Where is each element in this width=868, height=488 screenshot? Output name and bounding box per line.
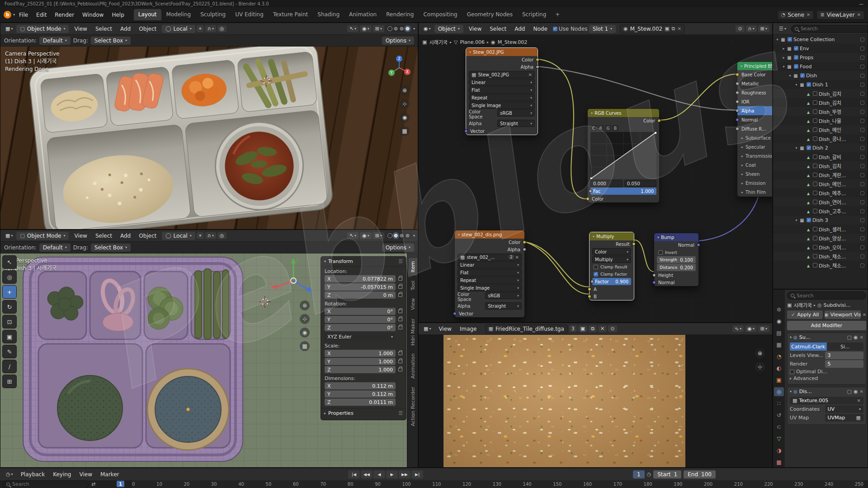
outliner-row[interactable]: ▾ Dish 2 bbox=[773, 143, 868, 152]
transform-panel-header[interactable]: ▾ Transform ☰ bbox=[321, 257, 406, 267]
viewport-nav-button[interactable] bbox=[400, 85, 410, 95]
zoom-icon[interactable]: ⊕ bbox=[755, 348, 765, 358]
item-checkbox[interactable] bbox=[813, 136, 817, 141]
exclude-toggle[interactable] bbox=[860, 119, 864, 123]
transport-button[interactable]: ▶ bbox=[386, 470, 398, 479]
item-label[interactable]: Dish_메인... bbox=[819, 180, 846, 188]
factor-input-socket[interactable] bbox=[590, 280, 594, 283]
workspace-tab[interactable]: Geometry Nodes bbox=[462, 9, 517, 20]
item-checkbox[interactable] bbox=[813, 91, 817, 96]
source-dropdown[interactable]: Single Image▾ bbox=[458, 284, 522, 291]
color-input-socket[interactable] bbox=[586, 197, 590, 201]
colorspace-dropdown[interactable]: sRGB▾ bbox=[497, 109, 535, 117]
rgb-curves-node[interactable]: ▾RGB Curves Color CRGB 0.000 0.050 bbox=[587, 108, 660, 203]
image-datablock-field[interactable]: ▦Stew_002.JPG✕ bbox=[469, 71, 535, 78]
search-input[interactable] bbox=[12, 481, 85, 487]
shader-editor-menu[interactable]: Select bbox=[486, 24, 510, 33]
exclude-toggle[interactable] bbox=[860, 173, 864, 177]
item-label[interactable]: Dish_메추... bbox=[819, 189, 846, 197]
statusbar-search[interactable] bbox=[3, 480, 89, 488]
viewport-nav-button[interactable] bbox=[400, 113, 410, 122]
tool-button[interactable] bbox=[2, 315, 17, 328]
image-datablock-selector[interactable]: ▦ FriedRice_Tile_diffuse.tga bbox=[485, 324, 568, 333]
location-field[interactable]: X0.077822 m bbox=[325, 275, 396, 282]
expander-icon[interactable]: ▸ bbox=[781, 47, 786, 51]
mix-color-node[interactable]: ▾Multiply Result Color▾ Multiply▾ Clamp … bbox=[589, 232, 634, 300]
outliner-row[interactable]: Dish_뚜껑 bbox=[773, 107, 868, 116]
source-dropdown[interactable]: Single Image▾ bbox=[469, 102, 535, 109]
add-workspace-button[interactable]: + bbox=[551, 9, 564, 20]
editor-type-icon[interactable]: ▦▾ bbox=[3, 232, 15, 239]
gizmo-dropdown[interactable]: ◉▾ bbox=[360, 232, 372, 239]
workspace-tab[interactable]: Shading bbox=[313, 9, 344, 20]
rotation-field[interactable]: X0° bbox=[325, 308, 396, 315]
item-label[interactable]: Dish_셀러... bbox=[819, 225, 846, 233]
exclude-toggle[interactable] bbox=[860, 218, 864, 222]
viewport-nav-button[interactable] bbox=[300, 328, 310, 338]
close-icon[interactable]: ✕ bbox=[677, 26, 681, 31]
viewport-canvas[interactable]: Camera Perspective(1) Dish 3 | 시래기국Rende… bbox=[0, 47, 418, 230]
rendered-food-tray-image[interactable] bbox=[0, 47, 418, 230]
image-canvas[interactable]: ⊕ ⊹ bbox=[419, 335, 773, 467]
viewport-menu[interactable]: Select bbox=[91, 24, 116, 33]
options-dropdown[interactable]: Options▾ bbox=[382, 37, 414, 45]
shading-material-button[interactable] bbox=[399, 233, 404, 238]
collapse-icon[interactable]: ▾ bbox=[657, 235, 659, 239]
pin-icon[interactable]: ⊙ bbox=[736, 25, 744, 32]
outliner-row[interactable]: ▸ Props bbox=[773, 53, 868, 62]
dimensions-field[interactable]: X0.112 m bbox=[325, 382, 396, 389]
exclude-toggle[interactable] bbox=[860, 47, 864, 51]
search-input[interactable] bbox=[801, 26, 866, 32]
item-label[interactable]: Dish 1 bbox=[812, 82, 828, 88]
projection-dropdown[interactable]: Flat▾ bbox=[458, 269, 522, 276]
exclude-toggle[interactable] bbox=[860, 83, 864, 87]
bsdf-section-row[interactable]: Specular bbox=[737, 142, 773, 151]
item-label[interactable]: Dish 3 bbox=[812, 217, 828, 223]
item-label[interactable]: Dish_계란... bbox=[819, 171, 846, 178]
item-checkbox[interactable] bbox=[800, 73, 805, 78]
bsdf-input-row[interactable]: Roughness bbox=[737, 88, 773, 97]
outliner-row[interactable]: ▾ Food bbox=[773, 62, 868, 71]
breadcrumb-object[interactable]: 시래기국 bbox=[793, 301, 811, 309]
exclude-toggle[interactable] bbox=[860, 38, 864, 42]
slot-dropdown[interactable]: Slot 1▾ bbox=[589, 25, 616, 33]
chevron-down-icon[interactable]: ▾ bbox=[790, 335, 792, 339]
item-checkbox[interactable] bbox=[813, 236, 817, 240]
exclude-toggle[interactable] bbox=[860, 200, 864, 204]
lock-icon[interactable] bbox=[398, 360, 402, 363]
curve-channel-button[interactable]: R bbox=[598, 125, 604, 131]
viewport-nav-button[interactable] bbox=[300, 300, 310, 310]
item-checkbox[interactable] bbox=[813, 227, 817, 231]
catmull-clark-button[interactable]: Catmull-Clark bbox=[790, 343, 827, 351]
viewport-menu[interactable]: View bbox=[70, 24, 91, 33]
workspace-tab[interactable]: Sculpting bbox=[196, 9, 230, 20]
expander-icon[interactable]: ▾ bbox=[781, 65, 786, 69]
navigation-gizmo[interactable]: Z X Y bbox=[386, 55, 412, 81]
item-checkbox[interactable] bbox=[813, 127, 817, 132]
bsdf-section-row[interactable]: Subsurface bbox=[737, 133, 773, 142]
overlays-dropdown[interactable]: ⊞▾ bbox=[373, 232, 384, 239]
clamp-result-checkbox[interactable] bbox=[594, 265, 598, 269]
input-socket[interactable] bbox=[736, 109, 739, 113]
shield-icon[interactable]: ▣ bbox=[665, 26, 669, 32]
expander-icon[interactable]: ▸ bbox=[781, 56, 786, 60]
item-checkbox[interactable] bbox=[807, 82, 811, 87]
outliner-row[interactable]: Dish_김치 bbox=[773, 98, 868, 107]
dimensions-field[interactable]: Y0.112 m bbox=[325, 390, 396, 398]
image-datablock-field[interactable]: ▦stew_002_...2✕ bbox=[458, 253, 522, 261]
vector-input-socket[interactable] bbox=[453, 312, 457, 315]
curve-x-field[interactable]: 0.000 bbox=[590, 180, 623, 187]
item-label[interactable]: Dish_콩나... bbox=[819, 135, 846, 142]
item-checkbox[interactable] bbox=[813, 245, 817, 249]
item-label[interactable]: Dish bbox=[806, 73, 817, 79]
chevron-right-icon[interactable]: ▸ bbox=[790, 376, 792, 380]
item-checkbox[interactable] bbox=[788, 37, 792, 42]
properties-tab[interactable] bbox=[774, 375, 784, 385]
close-icon[interactable]: ✕ bbox=[528, 72, 532, 77]
transport-button[interactable]: ◀◀ bbox=[361, 470, 373, 479]
outliner-row[interactable]: Dish_갈비 bbox=[773, 152, 868, 161]
b-input-socket[interactable] bbox=[588, 295, 591, 298]
outliner-row[interactable]: Dish_채소... bbox=[773, 252, 868, 261]
height-input-socket[interactable] bbox=[652, 273, 656, 277]
minimize-button[interactable]: — bbox=[859, 1, 863, 6]
